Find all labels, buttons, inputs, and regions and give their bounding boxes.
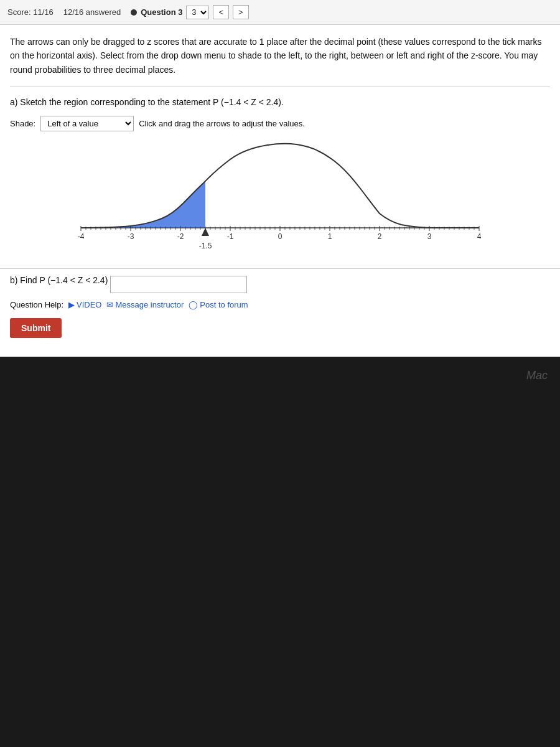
arrow-indicator[interactable] [202, 228, 209, 236]
video-icon: ▶ [68, 300, 75, 309]
svg-text:3: 3 [427, 232, 432, 241]
divider [10, 87, 550, 87]
video-label: VIDEO [77, 300, 101, 309]
score-label: Score: 11/16 [7, 7, 54, 17]
question-select[interactable]: 3 [186, 6, 209, 19]
svg-text:-3: -3 [128, 232, 134, 241]
instructions-text: The arrows can only be dragged to z scor… [10, 35, 550, 77]
svg-text:1: 1 [328, 232, 332, 241]
answered-label: 12/16 answered [63, 7, 121, 17]
shade-select[interactable]: Left of a value Right of a value Between… [40, 116, 134, 131]
submit-button[interactable]: Submit [10, 318, 62, 338]
forum-icon: ◯ [189, 300, 198, 309]
question-dot [131, 9, 137, 16]
svg-text:2: 2 [378, 232, 382, 241]
question-body: The arrows can only be dragged to z scor… [0, 25, 560, 269]
svg-text:-2: -2 [177, 232, 184, 241]
svg-text:-4: -4 [78, 232, 85, 241]
shade-label: Shade: [10, 119, 35, 128]
part-b-section: b) Find P (−1.4 < Z < 2.4) Question Help… [0, 269, 560, 357]
normal-curve-chart: -4 -3 -2 -1 0 1 2 3 4 [68, 138, 492, 262]
shade-row: Shade: Left of a value Right of a value … [10, 116, 550, 131]
arrow-value-label: -1.5 [199, 242, 212, 250]
shade-instruction: Click and drag the arrows to adjust the … [139, 119, 305, 128]
svg-text:4: 4 [477, 232, 482, 241]
video-link[interactable]: ▶ VIDEO [68, 300, 101, 309]
part-b-label: b) Find P (−1.4 < Z < 2.4) [10, 275, 108, 285]
part-a-label: a) Sketch the region corresponding to th… [10, 97, 550, 107]
prev-button[interactable]: < [213, 5, 229, 19]
part-b-row: b) Find P (−1.4 < Z < 2.4) [10, 275, 550, 294]
header-bar: Score: 11/16 12/16 answered Question 3 3… [0, 0, 560, 25]
message-instructor-link[interactable]: ✉ Message instructor [106, 300, 184, 309]
bottom-dark-section: Mac [0, 357, 560, 575]
chart-container: -4 -3 -2 -1 0 1 2 3 4 [68, 138, 492, 262]
next-button[interactable]: > [233, 5, 249, 19]
mac-label: Mac [526, 369, 548, 382]
question-label: Question 3 [141, 7, 182, 17]
svg-text:-1: -1 [227, 232, 234, 241]
svg-text:0: 0 [278, 232, 282, 241]
help-row: Question Help: ▶ VIDEO ✉ Message instruc… [10, 300, 550, 309]
answer-input[interactable] [110, 276, 247, 293]
help-label: Question Help: [10, 300, 63, 309]
question-nav: Question 3 3 < > [131, 5, 248, 19]
post-to-forum-link[interactable]: ◯ Post to forum [189, 300, 248, 309]
message-instructor-label: Message instructor [115, 300, 184, 309]
post-to-forum-label: Post to forum [200, 300, 248, 309]
envelope-icon: ✉ [106, 300, 113, 309]
